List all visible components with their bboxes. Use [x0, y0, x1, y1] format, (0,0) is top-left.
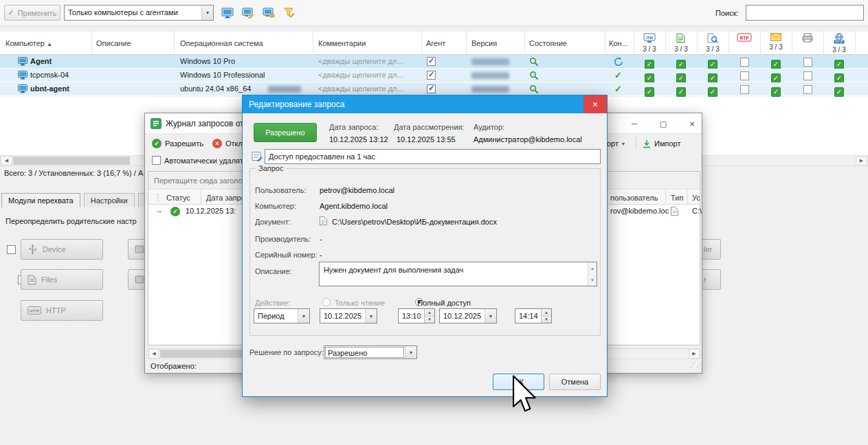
time-from-spinner[interactable]: 13:10 ▲▼: [398, 308, 435, 323]
column-state[interactable]: Состояние: [529, 39, 567, 47]
document-search-count: 3 / 3: [697, 45, 728, 53]
spin-down-icon[interactable]: ▼: [542, 317, 551, 323]
comment-cell[interactable]: <дважды щелкните дл...: [318, 71, 403, 79]
computer-row-agent[interactable]: Agent Windows 10 Pro <дважды щелкните дл…: [0, 55, 868, 69]
column-http[interactable]: HTTP 3 / 3: [823, 33, 855, 54]
log-column-type[interactable]: Тип: [671, 194, 683, 202]
policy-check-disabled[interactable]: [803, 71, 812, 80]
policy-check-enabled[interactable]: ✓: [645, 73, 654, 83]
computer-row-ubnt[interactable]: ubnt-agent ubuntu 24.04 x86_64 <дважды щ…: [0, 82, 868, 96]
scroll-left-button[interactable]: ◀: [1, 156, 12, 166]
export-label: орт: [607, 139, 619, 148]
computer-row-tcpcmsk[interactable]: tcpcmsk-04 Windows 10 Professional <дваж…: [0, 69, 868, 82]
module-button-fragment[interactable]: r: [702, 269, 721, 290]
device-module-label: Device: [43, 245, 66, 253]
agent-checkbox[interactable]: [427, 84, 436, 93]
column-version[interactable]: Версия: [471, 39, 497, 47]
tab-settings[interactable]: Настройки: [84, 193, 135, 207]
policy-check-disabled[interactable]: [803, 58, 812, 67]
http-module-button[interactable]: HTTP HTTP: [21, 300, 103, 321]
maximize-button[interactable]: ▢: [654, 117, 673, 130]
column-itm[interactable]: ITM 3 / 3: [634, 33, 665, 53]
date-to-picker[interactable]: 10.12.2025 ▾: [439, 308, 497, 323]
time-to-spinner[interactable]: 14:14 ▲▼: [515, 308, 552, 323]
column-computer[interactable]: Компьютер ▲: [5, 39, 52, 47]
dialog-titlebar[interactable]: Редактирование запроса: [243, 95, 607, 113]
agent-checkbox[interactable]: [427, 71, 436, 80]
tab-intercept-modules[interactable]: Модули перехвата: [1, 193, 80, 207]
period-select[interactable]: Период ▾: [254, 308, 310, 323]
column-document-search[interactable]: 3 / 3: [697, 33, 728, 53]
resize-grip[interactable]: ⋰⋰: [689, 361, 704, 368]
auto-delete-checkbox[interactable]: [152, 156, 161, 165]
minimize-button[interactable]: ─: [625, 117, 644, 130]
device-module-checkbox[interactable]: [7, 245, 16, 254]
group-by-hint: Перетащите сюда заголо: [154, 176, 243, 185]
spin-up-icon[interactable]: ▲: [542, 309, 551, 317]
policy-check-enabled[interactable]: ✓: [645, 87, 654, 97]
computer-button[interactable]: [219, 5, 236, 21]
policy-check-enabled[interactable]: ✓: [771, 87, 781, 97]
description-textarea[interactable]: Нужен документ для выполнения задач ▲▼: [319, 262, 597, 286]
column-document-edit[interactable]: 3 / 3: [665, 33, 697, 53]
column-printer[interactable]: [792, 33, 823, 45]
scroll-right-button[interactable]: ▶: [689, 349, 700, 358]
column-agent[interactable]: Агент: [426, 39, 445, 47]
computer-edit-button[interactable]: [239, 5, 257, 21]
policy-check-enabled[interactable]: ✓: [676, 87, 686, 97]
scroll-thumb[interactable]: [13, 157, 130, 165]
apply-button[interactable]: ✓ Применить: [4, 5, 60, 21]
allow-button[interactable]: ✓ Разрешить: [149, 135, 206, 152]
search-input[interactable]: [746, 5, 864, 21]
policy-check-enabled[interactable]: ✓: [834, 87, 844, 97]
files-module-button[interactable]: Files: [21, 269, 103, 290]
toolbar-separator: [636, 137, 636, 150]
column-connection[interactable]: Кон...: [609, 39, 628, 47]
date-from-picker[interactable]: 10.12.2025 ▾: [320, 308, 377, 323]
decision-select[interactable]: Разрешено ▾: [324, 345, 417, 359]
computers-filter-select[interactable]: Только компьютеры с агентами ▾: [64, 5, 214, 21]
cancel-button[interactable]: Отмена: [549, 374, 601, 390]
column-description[interactable]: Описание: [96, 39, 131, 47]
device-module-button[interactable]: Device: [21, 239, 103, 260]
scroll-right-button[interactable]: ▶: [856, 156, 867, 166]
filter-edit-button[interactable]: [280, 5, 298, 21]
policy-check-disabled[interactable]: [740, 85, 749, 94]
description-scrollbar[interactable]: ▲▼: [588, 262, 597, 286]
close-button[interactable]: ×: [682, 117, 702, 130]
policy-check-enabled[interactable]: ✓: [771, 73, 781, 83]
policy-check-disabled[interactable]: [740, 71, 749, 80]
column-rtp[interactable]: RTP: [728, 33, 760, 45]
dialog-close-button[interactable]: ×: [583, 95, 607, 113]
spin-up-icon[interactable]: ▲: [425, 309, 434, 317]
log-column-user[interactable]: пользователь: [610, 194, 658, 202]
policy-check-enabled[interactable]: ✓: [834, 73, 844, 83]
read-only-radio[interactable]: [322, 298, 331, 306]
export-button[interactable]: орт ▾: [604, 135, 627, 152]
policy-check-enabled[interactable]: ✓: [771, 60, 781, 69]
policy-check-enabled[interactable]: ✓: [645, 60, 654, 69]
policy-check-enabled[interactable]: ✓: [834, 60, 844, 69]
computer-remove-button[interactable]: [260, 5, 278, 21]
log-column-status[interactable]: Статус: [166, 194, 190, 202]
policy-check-enabled[interactable]: ✓: [708, 73, 717, 83]
svg-text:HTTP: HTTP: [835, 41, 843, 44]
log-column-device[interactable]: Ус: [692, 194, 700, 202]
policy-check-enabled[interactable]: ✓: [676, 73, 686, 83]
agent-checkbox[interactable]: [427, 57, 436, 66]
import-button[interactable]: Импорт: [640, 135, 683, 152]
comment-input[interactable]: Доступ предоставлен на 1 час: [265, 149, 601, 164]
policy-check-disabled[interactable]: [803, 85, 812, 94]
column-mail[interactable]: 3 / 3: [760, 33, 792, 51]
policy-check-enabled[interactable]: ✓: [708, 60, 717, 69]
policy-check-disabled[interactable]: [740, 58, 749, 67]
scroll-left-button[interactable]: ◀: [148, 349, 159, 358]
column-os[interactable]: Операционная система: [180, 39, 263, 47]
module-button-fragment[interactable]: ler: [702, 239, 721, 260]
comment-cell[interactable]: <дважды щелкните дл...: [318, 84, 403, 93]
policy-check-enabled[interactable]: ✓: [708, 87, 717, 97]
spin-down-icon[interactable]: ▼: [425, 317, 434, 323]
comment-cell[interactable]: <дважды щелкните дл...: [318, 57, 403, 65]
policy-check-enabled[interactable]: ✓: [676, 60, 686, 69]
column-comments[interactable]: Комментарии: [318, 39, 366, 47]
